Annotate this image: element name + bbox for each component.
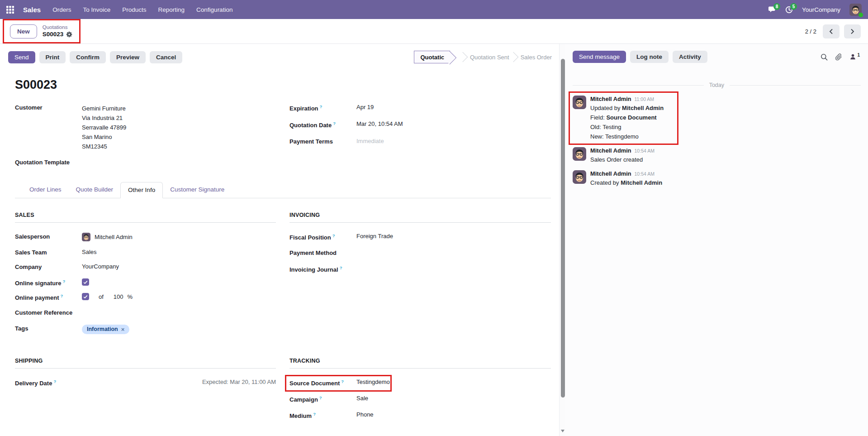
status-step-quotation-sent[interactable]: Quotation Sent (465, 51, 515, 63)
print-button[interactable]: Print (39, 51, 66, 63)
message-author[interactable]: Mitchell Admin (590, 96, 631, 102)
search-messages-button[interactable] (821, 53, 828, 61)
pager-value: 2 / 2 (805, 28, 816, 35)
activities-badge: 5 (790, 3, 797, 10)
tab-quote-builder[interactable]: Quote Builder (69, 182, 121, 198)
company-switcher[interactable]: YourCompany (802, 6, 840, 13)
attachments-button[interactable] (835, 53, 842, 61)
status-step-quotation[interactable]: Quotation (414, 51, 450, 63)
quotation-date-input[interactable]: Mar 20, 10:54 AM (356, 120, 551, 127)
apps-grid-icon[interactable] (6, 6, 14, 14)
chatter-message[interactable]: Mitchell Admin 10:54 AM Created by Mitch… (573, 170, 861, 187)
followers-count: 1 (857, 53, 860, 57)
field-source-document: Source Document? Testingdemo (289, 379, 551, 387)
tab-customer-signature[interactable]: Customer Signature (163, 182, 232, 198)
record-title[interactable]: S00023 (15, 78, 551, 92)
online-signature-label: Online signature (15, 280, 62, 287)
online-payment-amount-input[interactable]: 100 (114, 293, 123, 300)
customer-name[interactable]: Gemini Furniture (82, 104, 276, 113)
date-divider: Today (573, 82, 861, 88)
statusbar: Quotation Quotation Sent Sales Order (414, 51, 558, 63)
app-name[interactable]: Sales (23, 6, 41, 14)
menu-reporting[interactable]: Reporting (158, 5, 185, 15)
delivery-date-expected[interactable]: Expected: Mar 20, 11:00 AM (82, 379, 276, 385)
gear-icon[interactable] (66, 31, 72, 38)
online-payment-unit: % (128, 293, 133, 300)
campaign-input[interactable]: Sale (356, 395, 551, 402)
notebook-tabs: Order Lines Quote Builder Other Info Cus… (15, 182, 551, 198)
section-sales: SALES Salesperson (15, 212, 276, 341)
preview-button[interactable]: Preview (110, 51, 146, 63)
message-body: Updated by Mitchell Admin Field: Source … (590, 103, 664, 141)
confirm-button[interactable]: Confirm (70, 51, 106, 63)
online-payment-label: Online payment (15, 295, 59, 302)
scrollbar-thumb[interactable] (561, 59, 565, 398)
online-status-dot (859, 13, 863, 17)
salesperson-avatar (82, 233, 90, 241)
online-signature-checkbox[interactable] (82, 278, 89, 286)
menu-products[interactable]: Products (122, 5, 146, 15)
chatter-message[interactable]: Mitchell Admin 10:54 AM Sales Order crea… (573, 147, 861, 164)
section-shipping: SHIPPING Delivery Date? Expected: Mar 20… (15, 358, 276, 427)
log-note-button[interactable]: Log note (630, 51, 669, 63)
tag-remove-icon[interactable]: × (121, 326, 125, 333)
field-payment-terms: Payment Terms Immediate (289, 138, 551, 145)
activity-button[interactable]: Activity (673, 51, 707, 63)
field-customer-reference: Customer Reference (15, 309, 276, 316)
salesperson-input[interactable]: Mitchell Admin (82, 233, 276, 241)
section-tracking: TRACKING Source Document? Testingdemo Ca… (289, 358, 551, 427)
form-scrollbar[interactable] (559, 44, 565, 436)
field-fiscal-position: Fiscal Position? Foreign Trade (289, 233, 551, 241)
field-payment-method: Payment Method (289, 249, 551, 256)
help-marker: ? (319, 395, 322, 400)
send-button[interactable]: Send (8, 51, 35, 63)
medium-input[interactable]: Phone (356, 411, 551, 418)
fiscal-position-input[interactable]: Foreign Trade (356, 233, 551, 240)
user-menu[interactable] (849, 4, 862, 16)
chevron-left-icon (829, 29, 833, 34)
chatter-message[interactable]: Mitchell Admin 11:00 AM Updated by Mitch… (573, 96, 861, 141)
pager-previous-button[interactable] (823, 24, 840, 38)
new-button[interactable]: New (10, 24, 37, 38)
source-document-label: Source Document (289, 380, 340, 387)
messages-menu[interactable]: 8 (768, 6, 776, 14)
sales-team-input[interactable]: Sales (82, 249, 276, 255)
cancel-button[interactable]: Cancel (150, 51, 182, 63)
menu-to-invoice[interactable]: To Invoice (83, 5, 110, 15)
source-document-input[interactable]: Testingdemo (356, 379, 551, 385)
control-panel: New Quotations S00023 (0, 19, 868, 44)
sales-team-label: Sales Team (15, 249, 82, 256)
salesperson-value: Mitchell Admin (95, 234, 133, 240)
tab-order-lines[interactable]: Order Lines (22, 182, 69, 198)
menu-orders[interactable]: Orders (52, 5, 71, 15)
online-payment-of-label: of (99, 293, 104, 300)
field-expiration: Expiration? Apr 19 (289, 104, 551, 112)
field-medium: Medium? Phone (289, 411, 551, 419)
invoicing-journal-label: Invoicing Journal (289, 267, 338, 273)
tags-label: Tags (15, 325, 82, 332)
customer-address-line: Serravalle 47899 (82, 123, 276, 132)
fiscal-position-label: Fiscal Position (289, 234, 331, 241)
expiration-input[interactable]: Apr 19 (356, 104, 551, 110)
send-message-button[interactable]: Send message (573, 51, 626, 63)
activities-menu[interactable]: 5 (785, 6, 793, 14)
campaign-label: Campaign (289, 396, 318, 403)
tag-information[interactable]: Information × (82, 325, 129, 334)
company-input[interactable]: YourCompany (82, 263, 276, 270)
top-navbar: Sales Orders To Invoice Products Reporti… (0, 0, 868, 19)
pager-next-button[interactable] (844, 24, 861, 38)
menu-configuration[interactable]: Configuration (196, 5, 232, 15)
scroll-down-arrow-icon[interactable] (561, 430, 564, 432)
message-time: 10:54 AM (635, 148, 655, 153)
tab-other-info[interactable]: Other Info (120, 182, 163, 198)
payment-terms-input[interactable]: Immediate (356, 138, 551, 144)
status-step-sales-order[interactable]: Sales Order (515, 51, 557, 63)
message-author[interactable]: Mitchell Admin (590, 170, 631, 177)
message-author[interactable]: Mitchell Admin (590, 147, 631, 154)
online-payment-checkbox[interactable] (82, 293, 89, 300)
followers-button[interactable]: 1 (849, 53, 860, 60)
form-view: Send Print Confirm Preview Cancel Quotat… (0, 44, 559, 436)
shipping-section-title: SHIPPING (15, 358, 276, 369)
field-salesperson: Salesperson (15, 233, 276, 241)
breadcrumb-parent[interactable]: Quotations (43, 24, 73, 30)
